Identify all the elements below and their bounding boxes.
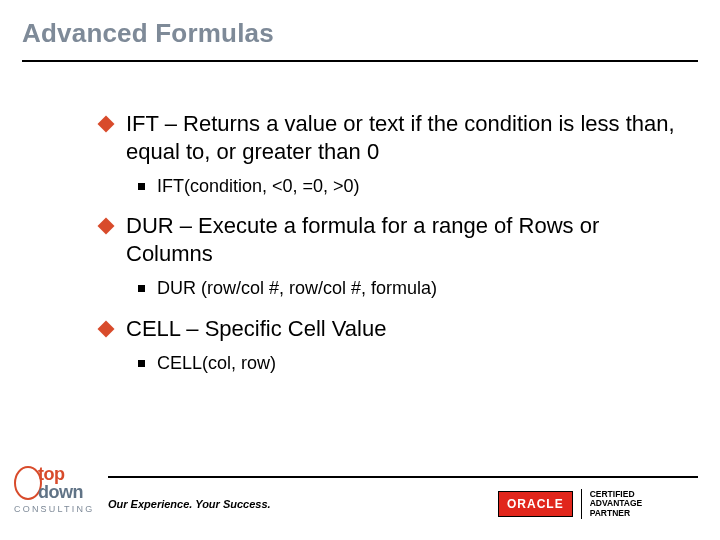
diamond-icon — [98, 320, 115, 337]
bullet-main: DUR – Execute a formula for a range of R… — [100, 212, 690, 267]
oracle-partner-text: CERTIFIED ADVANTAGE PARTNER — [590, 490, 643, 518]
sub-text: CELL(col, row) — [157, 352, 690, 375]
slide-title: Advanced Formulas — [22, 18, 274, 49]
title-rule — [22, 60, 698, 62]
body: IFT – Returns a value or text if the con… — [100, 110, 690, 390]
logo-down-text: down — [38, 482, 83, 503]
list-item: DUR – Execute a formula for a range of R… — [100, 212, 690, 300]
vertical-divider — [581, 489, 582, 519]
topdown-logo: top down CONSULTING — [14, 462, 104, 522]
oracle-brand-box: ORACLE — [498, 491, 573, 517]
sub-text: DUR (row/col #, row/col #, formula) — [157, 277, 690, 300]
list-item: IFT – Returns a value or text if the con… — [100, 110, 690, 198]
diamond-icon — [98, 218, 115, 235]
bullet-sub: IFT(condition, <0, =0, >0) — [138, 175, 690, 198]
diamond-icon — [98, 116, 115, 133]
bullet-text: CELL – Specific Cell Value — [126, 315, 690, 343]
bullet-text: IFT – Returns a value or text if the con… — [126, 110, 690, 165]
square-icon — [138, 360, 145, 367]
list-item: CELL – Specific Cell Value CELL(col, row… — [100, 315, 690, 376]
square-icon — [138, 285, 145, 292]
oracle-partner-logo: ORACLE CERTIFIED ADVANTAGE PARTNER — [498, 486, 698, 522]
bullet-main: CELL – Specific Cell Value — [100, 315, 690, 343]
bullet-text: DUR – Execute a formula for a range of R… — [126, 212, 690, 267]
bullet-sub: DUR (row/col #, row/col #, formula) — [138, 277, 690, 300]
footer-rule — [108, 476, 698, 478]
tagline: Our Experience. Your Success. — [108, 498, 271, 510]
ora-line3: PARTNER — [590, 508, 630, 518]
sub-text: IFT(condition, <0, =0, >0) — [157, 175, 690, 198]
slide: Advanced Formulas IFT – Returns a value … — [0, 0, 720, 540]
bullet-sub: CELL(col, row) — [138, 352, 690, 375]
bullet-main: IFT – Returns a value or text if the con… — [100, 110, 690, 165]
logo-consulting-text: CONSULTING — [14, 504, 94, 514]
square-icon — [138, 183, 145, 190]
